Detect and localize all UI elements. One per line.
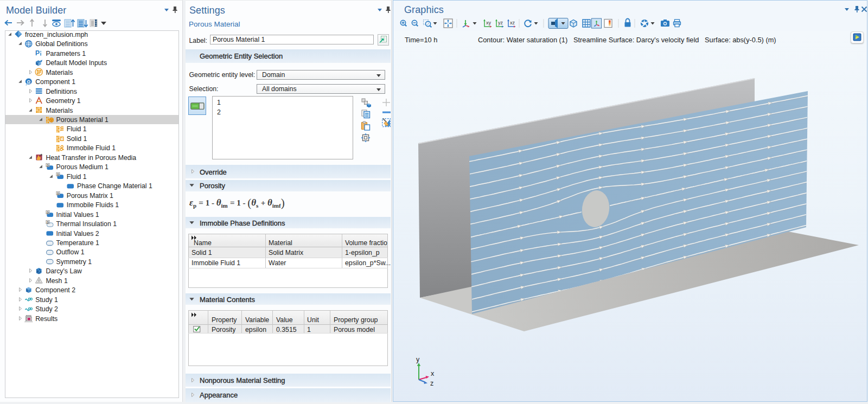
svg-text:x: x — [431, 370, 435, 377]
svg-text:xz: xz — [510, 20, 515, 25]
svg-text:xy: xy — [486, 20, 492, 25]
svg-text:y: y — [416, 356, 420, 363]
svg-text:yz: yz — [498, 20, 503, 25]
svg-text:z: z — [430, 380, 433, 387]
